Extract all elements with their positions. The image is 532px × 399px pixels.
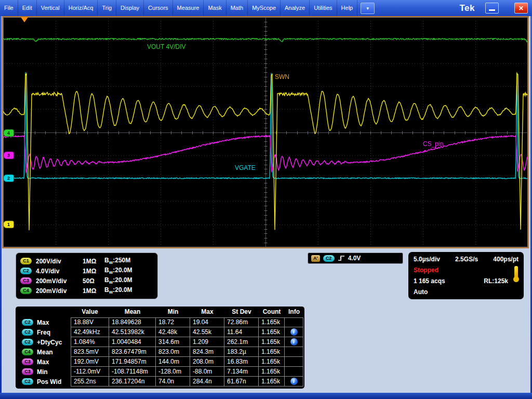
meas-count: 1.165k — [259, 357, 285, 367]
meas-stdev: 7.134m — [224, 367, 259, 377]
bandwidth-label: B — [104, 257, 109, 264]
menu-vertical[interactable]: Vertical — [37, 0, 64, 16]
menu-bar: FileEditVerticalHoriz/AcqTrigDisplayCurs… — [0, 0, 532, 16]
channel-badge-c2[interactable]: C2 — [22, 319, 33, 326]
channel-badge-c2[interactable]: C2 — [20, 268, 32, 274]
input-impedance: 1MΩ — [83, 287, 104, 295]
measurement-header-info: Info — [285, 307, 303, 317]
meas-count: 1.165k — [259, 317, 285, 327]
waveform-display[interactable]: VOUT 4V/DIVSWNCS_pinVGATE 4321 — [2, 16, 529, 248]
measurement-name-cell: C2+DtyCyc — [16, 337, 71, 347]
vertical-row-c4: C4200mV/div1MΩBW:20.0M — [20, 286, 153, 296]
meas-mean: 42.513982k — [109, 327, 156, 337]
measurement-name-cell: C2Freq — [16, 327, 71, 337]
trigger-mode: Auto — [414, 288, 428, 296]
menu-mask[interactable]: Mask — [204, 0, 226, 16]
acquisition-status: Stopped — [414, 267, 438, 274]
measurement-header-max: Max — [190, 307, 224, 317]
acquisition-count: 1 165 acqs — [414, 276, 445, 287]
trace-label-swn: SWN — [275, 73, 289, 81]
meas-mean: 18.849628 — [109, 317, 156, 327]
menu-cursors[interactable]: Cursors — [144, 0, 173, 16]
channel-badge-c2[interactable]: C2 — [22, 378, 33, 385]
vertical-row-c1: C1200V/div1MΩBW:250M — [20, 256, 153, 266]
bandwidth-label: B — [104, 276, 109, 284]
menu-horiz-acq[interactable]: Horiz/Acq — [64, 0, 98, 16]
channel-badge-c2[interactable]: C2 — [22, 339, 33, 345]
channel-4-marker[interactable]: 4 — [3, 129, 14, 137]
bandwidth-value: :20.0M — [113, 286, 132, 294]
menu-analyze[interactable]: Analyze — [281, 0, 310, 16]
channel-badge-c1[interactable]: C1 — [20, 258, 32, 264]
meas-min: 314.6m — [156, 337, 190, 347]
info-icon[interactable]: i — [290, 328, 298, 336]
measurement-name: +DtyCyc — [37, 339, 62, 346]
menu-overflow-button[interactable]: ▼ — [361, 3, 375, 14]
menu-file[interactable]: File — [0, 0, 18, 16]
channel-1-marker[interactable]: 1 — [3, 221, 14, 229]
info-icon[interactable]: i — [290, 338, 298, 345]
bandwidth-label: B — [104, 267, 109, 274]
meas-max: 1.209 — [190, 337, 224, 347]
menu-utilities[interactable]: Utilities — [310, 0, 337, 16]
channel-badge-c3[interactable]: C3 — [20, 277, 32, 284]
measurement-row: C3Max192.0mV171.94857m144.0m208.0m16.83m… — [16, 357, 304, 367]
measurement-header-mean: Mean — [109, 307, 156, 317]
trigger-position-marker[interactable] — [21, 17, 28, 22]
meas-max: 284.4n — [190, 377, 224, 387]
measurement-header-blank — [16, 307, 71, 316]
channel-badge-c3[interactable]: C3 — [22, 368, 33, 375]
vertical-settings-rows: C1200V/div1MΩBW:250MC24.0V/div1MΩBW:20.0… — [20, 256, 153, 296]
measurement-name-cell: C2Max — [16, 317, 71, 327]
meas-info-cell — [285, 347, 303, 357]
meas-stdev: 262.1m — [224, 337, 259, 347]
channel-2-marker[interactable]: 2 — [3, 175, 14, 182]
info-icon[interactable]: i — [290, 378, 298, 385]
measurement-table[interactable]: ValueMeanMinMaxSt DevCountInfo C2Max18.8… — [16, 307, 304, 389]
meas-info-cell: i — [285, 327, 303, 337]
bandwidth-readout: BW:20.0M — [104, 276, 132, 285]
meas-min: 144.0m — [156, 357, 190, 367]
vertical-scale: 4.0V/div — [36, 268, 83, 275]
minimize-icon — [489, 9, 495, 11]
vertical-row-c3: C3200mV/div50ΩBW:20.0M — [20, 276, 153, 286]
channel-badge-c4[interactable]: C4 — [22, 349, 33, 355]
acquisition-panel[interactable]: 5.0µs/div 2.5GS/s 400ps/pt Stopped 1 165… — [408, 252, 524, 299]
channel-badge-c4[interactable]: C4 — [20, 287, 32, 294]
menu-help[interactable]: Help — [337, 0, 358, 16]
measurement-header-st-dev: St Dev — [224, 307, 259, 317]
meas-min: 18.72 — [156, 317, 190, 327]
menu-edit[interactable]: Edit — [18, 0, 37, 16]
measurement-row: C2+DtyCyc1.084%1.0040484314.6m1.209262.1… — [16, 337, 304, 347]
meas-mean: 1.0040484 — [109, 337, 156, 347]
meas-stdev: 72.86m — [224, 317, 259, 327]
menu-myscope[interactable]: MyScope — [248, 0, 281, 16]
menu-math[interactable]: Math — [227, 0, 248, 16]
vertical-scale: 200mV/div — [36, 277, 83, 285]
chevron-down-icon: ▼ — [366, 6, 370, 11]
menu-trig[interactable]: Trig — [98, 0, 116, 16]
resolution: 400ps/pt — [493, 254, 518, 265]
meas-info-cell — [285, 367, 303, 377]
meas-value: 255.2ns — [71, 377, 109, 387]
vertical-scale: 200V/div — [36, 258, 83, 265]
vertical-settings-panel[interactable]: C1200V/div1MΩBW:250MC24.0V/div1MΩBW:20.0… — [16, 252, 158, 299]
menu-measure[interactable]: Measure — [173, 0, 204, 16]
menu-display[interactable]: Display — [116, 0, 144, 16]
trigger-readout[interactable]: A' C2 4.0V — [308, 252, 403, 264]
meas-max: 208.0m — [190, 357, 224, 367]
trigger-mode-row: Auto — [414, 287, 518, 298]
trace-label-cs-pin: CS_pin — [423, 140, 443, 148]
minimize-button[interactable] — [485, 3, 499, 14]
channel-badge-c3[interactable]: C3 — [22, 358, 33, 365]
scope-app-window: FileEditVerticalHoriz/AcqTrigDisplayCurs… — [0, 0, 532, 399]
meas-count: 1.165k — [259, 347, 285, 357]
meas-value: 192.0mV — [71, 357, 109, 367]
channel-3-marker[interactable]: 3 — [3, 152, 14, 159]
channel-badge-c2[interactable]: C2 — [22, 329, 33, 336]
bandwidth-value: :20.0M — [113, 276, 132, 284]
close-button[interactable]: ✕ — [514, 3, 528, 14]
timebase: 5.0µs/div — [414, 254, 440, 265]
trigger-level: 4.0V — [348, 255, 361, 262]
measurement-header-row: ValueMeanMinMaxSt DevCountInfo — [16, 307, 304, 317]
